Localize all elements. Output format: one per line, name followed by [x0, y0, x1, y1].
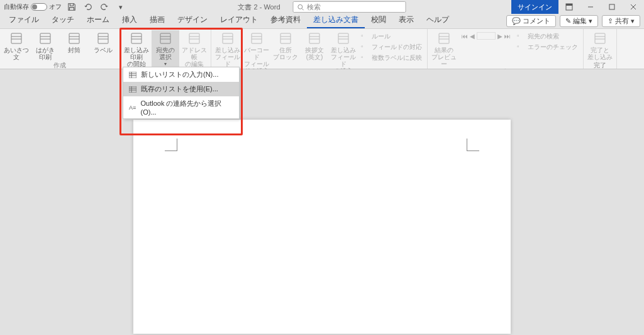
document-area	[0, 69, 644, 335]
svg-rect-5	[609, 4, 614, 9]
crop-mark-icon	[467, 139, 479, 151]
ribbon-button-label: 結果のプレビュー	[430, 47, 458, 67]
svg-rect-8	[11, 33, 21, 43]
ribbon-icon	[220, 31, 235, 45]
svg-rect-11	[40, 33, 50, 43]
ribbon-small-button: ▫宛先の検索	[514, 31, 580, 42]
signin-button[interactable]: サインイン	[511, 0, 558, 14]
ribbon-group: 完了と差し込み完了	[584, 29, 617, 69]
ribbon-icon	[129, 31, 144, 45]
svg-point-0	[298, 4, 303, 9]
tab-ヘルプ[interactable]: ヘルプ	[420, 12, 455, 28]
prev-icon: ◀	[470, 33, 475, 40]
tab-差し込み文書[interactable]: 差し込み文書	[307, 12, 365, 28]
ribbon-icon	[67, 31, 82, 45]
ribbon-button-label: 住所ブロック	[273, 47, 298, 60]
svg-rect-23	[160, 33, 170, 43]
ribbon-icon	[278, 31, 293, 45]
ribbon-button[interactable]: あいさつ文	[3, 30, 30, 60]
ribbon-small-button: ▫フィールドの対応	[358, 42, 425, 52]
ribbon-group: 差し込み印刷の開始宛先の選択▾アドレス帳の編集差し込み印刷の開始	[120, 29, 211, 69]
svg-rect-14	[69, 33, 79, 43]
outlook-icon: A≡	[128, 104, 137, 111]
ribbon-group: 結果のプレビュー⏮◀▶⏭▫宛先の検索▫エラーのチェック結果のプレビュー	[428, 29, 584, 69]
ribbon-display-icon[interactable]	[558, 0, 580, 14]
svg-rect-54	[129, 86, 136, 93]
search-input[interactable]: 検索	[293, 1, 406, 13]
qat-customize-icon[interactable]: ▾	[114, 1, 127, 13]
ribbon-button-label: アドレス帳の編集	[180, 47, 208, 67]
dropdown-item[interactable]: 新しいリストの入力(N)...	[123, 67, 239, 82]
ribbon-icon	[336, 31, 351, 45]
first-icon: ⏮	[462, 33, 468, 40]
ribbon-button: 挨拶文(英文)	[301, 30, 328, 60]
small-icon: ▫	[361, 54, 370, 62]
select-recipients-dropdown: 新しいリストの入力(N)...既存のリストを使用(E)...A≡Outlook …	[123, 67, 240, 119]
svg-rect-44	[439, 33, 449, 43]
save-icon[interactable]	[65, 1, 78, 13]
last-icon: ⏭	[504, 33, 511, 40]
ribbon-group: 差し込みフィールドの強調表示バーコードフィールドの挿入住所ブロック挨拶文(英文)…	[211, 29, 428, 69]
list-existing-icon	[128, 86, 137, 93]
page[interactable]	[133, 120, 511, 334]
ribbon-small-button: ▫複数ラベルに反映	[358, 53, 425, 63]
document-title: 文書 2 - Word	[238, 3, 280, 12]
tab-ファイル[interactable]: ファイル	[3, 12, 45, 28]
comment-icon: 💬	[512, 17, 521, 25]
toggle-off-icon	[31, 3, 47, 11]
ribbon-button[interactable]: 封筒	[60, 30, 88, 54]
small-icon: ▫	[361, 32, 370, 41]
ribbon-button[interactable]: はがき印刷	[31, 30, 59, 60]
edit-button[interactable]: ✎編集▾	[560, 15, 598, 27]
ribbon-icon	[9, 31, 24, 45]
ribbon-button: 完了と差し込み	[586, 30, 614, 60]
pencil-icon: ✎	[565, 17, 571, 25]
ribbon-button[interactable]: 宛先の選択▾	[152, 30, 179, 67]
tab-表示[interactable]: 表示	[392, 12, 420, 28]
tab-タッチ[interactable]: タッチ	[45, 12, 80, 28]
tab-描画[interactable]: 描画	[143, 12, 171, 28]
svg-rect-26	[189, 33, 199, 43]
tab-参考資料[interactable]: 参考資料	[264, 12, 307, 28]
svg-rect-29	[223, 33, 233, 43]
ribbon-icon	[158, 31, 173, 45]
ribbon-icon	[38, 31, 53, 45]
ribbon-button-label: 差し込み印刷の開始	[123, 47, 150, 67]
minimize-icon[interactable]	[580, 0, 601, 14]
ribbon-button: アドレス帳の編集	[180, 30, 208, 67]
share-button[interactable]: ⇪共有▾	[602, 15, 640, 27]
ribbon-button[interactable]: 差し込み印刷の開始	[123, 30, 150, 67]
dropdown-item-label: 既存のリストを使用(E)...	[141, 84, 218, 94]
tab-レイアウト[interactable]: レイアウト	[214, 12, 264, 28]
svg-rect-47	[595, 33, 605, 43]
svg-rect-32	[252, 33, 262, 43]
ribbon-icon	[307, 31, 322, 45]
autosave-toggle[interactable]: 自動保存 オフ	[4, 3, 62, 11]
svg-rect-17	[98, 33, 108, 43]
undo-icon[interactable]	[82, 1, 94, 13]
tab-ホーム[interactable]: ホーム	[80, 12, 116, 28]
ribbon-small-button: ▫ルール	[358, 31, 425, 42]
close-icon[interactable]	[623, 0, 644, 14]
chevron-down-icon: ▾	[631, 17, 635, 25]
svg-rect-35	[280, 33, 291, 43]
ribbon-button-label: 完了と差し込み	[587, 47, 613, 60]
maximize-icon[interactable]	[601, 0, 623, 14]
svg-rect-38	[309, 33, 319, 43]
ribbon: あいさつ文はがき印刷封筒ラベル作成差し込み印刷の開始宛先の選択▾アドレス帳の編集…	[0, 29, 644, 69]
tab-挿入[interactable]: 挿入	[116, 12, 143, 28]
ribbon-button[interactable]: ラベル	[89, 30, 117, 54]
ribbon-button-label: 封筒	[68, 47, 80, 54]
ribbon-small-button: ▫エラーのチェック	[514, 42, 580, 52]
dropdown-item[interactable]: A≡Outlook の連絡先から選択(O)...	[123, 96, 239, 118]
comment-button[interactable]: 💬コメント	[506, 15, 556, 27]
tab-デザイン[interactable]: デザイン	[171, 12, 214, 28]
ribbon-icon	[592, 31, 608, 45]
ribbon-button-label: 宛先の選択	[156, 47, 175, 60]
redo-icon[interactable]	[98, 1, 111, 13]
ribbon-button-label: ラベル	[94, 47, 113, 54]
dropdown-item[interactable]: 既存のリストを使用(E)...	[123, 82, 239, 96]
tab-校閲[interactable]: 校閲	[365, 12, 392, 28]
ribbon-button: 差し込みフィールドの挿入	[330, 30, 357, 74]
crop-mark-icon	[165, 139, 177, 151]
